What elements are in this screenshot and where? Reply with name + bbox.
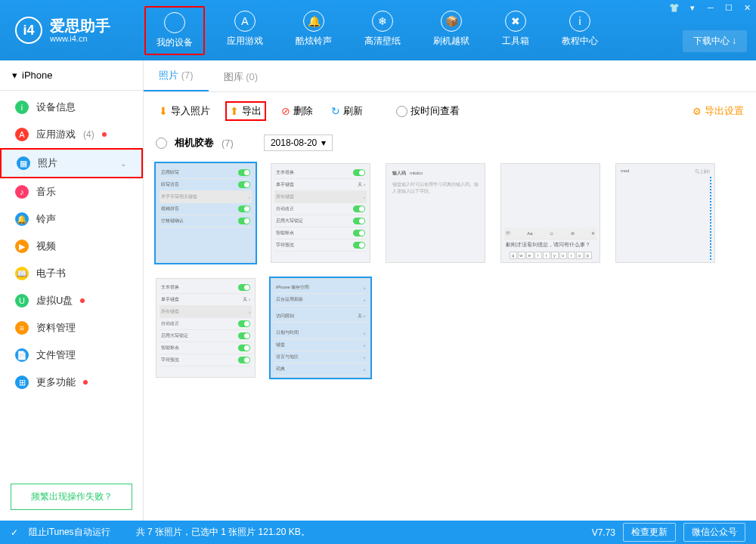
nav-我的设备[interactable]: 我的设备 — [144, 6, 205, 55]
tab-图库[interactable]: 图库 (0) — [209, 63, 274, 91]
sidebar-icon: ♪ — [15, 185, 29, 199]
sidebar-item-照片[interactable]: ▦照片⌄ — [0, 148, 143, 178]
wechat-button[interactable]: 微信公众号 — [683, 523, 745, 542]
version-label: V7.73 — [592, 527, 615, 538]
nav-icon: 🔔 — [303, 11, 324, 32]
sidebar-icon: A — [15, 128, 29, 141]
delete-button[interactable]: ⊘删除 — [278, 103, 316, 119]
nav-高清壁纸[interactable]: ❄高清壁纸 — [354, 6, 411, 55]
export-button[interactable]: ⬆导出 — [225, 101, 266, 121]
sidebar-item-虚拟U盘[interactable]: U虚拟U盘 — [0, 287, 143, 314]
sidebar-item-资料管理[interactable]: ≡资料管理 — [0, 314, 143, 342]
notification-dot — [102, 132, 107, 137]
logo-area: i4 爱思助手 www.i4.cn — [0, 17, 125, 44]
device-name: iPhone — [22, 70, 52, 81]
export-settings-button[interactable]: ⚙导出设置 — [692, 104, 744, 118]
bytime-button[interactable]: 按时间查看 — [393, 103, 463, 119]
sidebar: ▾ iPhone i设备信息A应用游戏(4)▦照片⌄♪音乐🔔铃声▶视频📖电子书U… — [0, 60, 144, 521]
sidebar-item-更多功能[interactable]: ⊞更多功能 — [0, 369, 143, 396]
album-bar: 相机胶卷 (7) 2018-08-20▾ — [144, 130, 756, 160]
nav-icon: ❄ — [372, 11, 393, 32]
close-icon[interactable]: ✕ — [738, 0, 756, 15]
notification-dot — [83, 380, 88, 385]
dropdown-icon[interactable]: ▾ — [683, 0, 702, 15]
sidebar-item-电子书[interactable]: 📖电子书 — [0, 260, 143, 287]
refresh-button[interactable]: ↻刷新 — [328, 103, 366, 119]
tabs-bar: 照片 (7)图库 (0) — [144, 60, 756, 92]
status-bar: ✓ 阻止iTunes自动运行 共 7 张照片，已选中 1 张照片 121.20 … — [0, 521, 756, 544]
album-radio[interactable] — [156, 138, 167, 149]
photo-thumb[interactable]: 输入码 mkdcx键盘输入时可以使用学习词典的输入码。输入需输入以下字段。 — [386, 163, 485, 263]
sidebar-item-文件管理[interactable]: 📄文件管理 — [0, 342, 143, 369]
album-count: (7) — [222, 138, 234, 149]
maximize-icon[interactable]: ☐ — [720, 0, 738, 15]
window-controls: 👕 ▾ ─ ☐ ✕ — [665, 0, 756, 15]
status-message: 共 7 张照片，已选中 1 张照片 121.20 KB。 — [136, 526, 310, 539]
app-name: 爱思助手 — [50, 17, 110, 34]
radio-icon — [396, 106, 407, 117]
itunes-block[interactable]: 阻止iTunes自动运行 — [29, 526, 110, 539]
top-nav: 我的设备A应用游戏🔔酷炫铃声❄高清壁纸📦刷机越狱✖工具箱i教程中心 — [144, 6, 609, 55]
import-icon: ⬇ — [159, 105, 168, 117]
sidebar-icon: i — [15, 100, 29, 114]
logo-icon: i4 — [15, 17, 42, 44]
photo-thumb[interactable]: 启用听写听写语音本子手写相关键盘›模糊拼音空格键确认 — [156, 163, 256, 263]
sidebar-item-设备信息[interactable]: i设备信息 — [0, 94, 143, 121]
sidebar-item-应用游戏[interactable]: A应用游戏(4) — [0, 121, 143, 148]
toolbar: ⬇导入照片 ⬆导出 ⊘删除 ↻刷新 按时间查看 ⚙导出设置 — [144, 92, 756, 130]
notification-dot — [80, 298, 85, 303]
delete-icon: ⊘ — [281, 105, 290, 117]
nav-icon: i — [569, 11, 590, 32]
date-selector[interactable]: 2018-08-20▾ — [264, 134, 333, 151]
photo-thumb[interactable]: ㊥Aa☺⊘✕歉刚才没看到信息，请问有什么事？qwertyuiop — [500, 163, 600, 263]
nav-icon: ✖ — [505, 11, 526, 32]
sidebar-list: i设备信息A应用游戏(4)▦照片⌄♪音乐🔔铃声▶视频📖电子书U虚拟U盘≡资料管理… — [0, 91, 143, 473]
tab-照片[interactable]: 照片 (7) — [144, 61, 209, 91]
refresh-icon: ↻ — [331, 105, 340, 117]
photo-thumb[interactable]: 文本替换单手键盘关 ›所有键盘›自动改正启用大写锁定智能标点字符预览 — [156, 278, 256, 378]
minimize-icon[interactable]: ─ — [702, 0, 720, 15]
sidebar-item-音乐[interactable]: ♪音乐 — [0, 178, 143, 206]
photo-thumb[interactable]: msd马上到! — [615, 163, 715, 263]
sidebar-item-视频[interactable]: ▶视频 — [0, 233, 143, 260]
nav-icon — [164, 12, 185, 33]
sidebar-icon: 📄 — [15, 348, 29, 362]
sidebar-icon: ⊞ — [15, 376, 29, 389]
sidebar-icon: ▶ — [15, 240, 29, 253]
nav-icon: 📦 — [441, 11, 462, 32]
nav-icon: A — [234, 11, 256, 32]
sidebar-icon: U — [15, 294, 29, 308]
main-panel: 照片 (7)图库 (0) ⬇导入照片 ⬆导出 ⊘删除 ↻刷新 按时间查看 ⚙导出… — [144, 60, 756, 521]
nav-应用游戏[interactable]: A应用游戏 — [216, 6, 274, 55]
nav-酷炫铃声[interactable]: 🔔酷炫铃声 — [285, 6, 342, 55]
sidebar-item-铃声[interactable]: 🔔铃声 — [0, 206, 143, 233]
sidebar-icon: ≡ — [15, 321, 29, 335]
tshirt-icon[interactable]: 👕 — [665, 0, 683, 15]
app-site: www.i4.cn — [50, 34, 110, 43]
check-update-button[interactable]: 检查更新 — [623, 523, 676, 542]
sidebar-icon: 🔔 — [15, 212, 29, 226]
sidebar-help-button[interactable]: 频繁出现操作失败？ — [11, 484, 132, 510]
import-button[interactable]: ⬇导入照片 — [156, 103, 213, 119]
photo-grid: 启用听写听写语音本子手写相关键盘›模糊拼音空格键确认文本替换单手键盘关 ›所有键… — [144, 160, 756, 381]
app-header: i4 爱思助手 www.i4.cn 我的设备A应用游戏🔔酷炫铃声❄高清壁纸📦刷机… — [0, 0, 756, 60]
nav-刷机越狱[interactable]: 📦刷机越狱 — [423, 6, 480, 55]
album-name: 相机胶卷 — [175, 136, 214, 150]
sidebar-icon: 📖 — [15, 267, 29, 280]
gear-icon: ⚙ — [692, 106, 702, 117]
chevron-down-icon: ▾ — [12, 70, 17, 81]
nav-教程中心[interactable]: i教程中心 — [551, 6, 609, 55]
chevron-down-icon: ▾ — [321, 138, 326, 148]
device-selector[interactable]: ▾ iPhone — [0, 60, 143, 91]
photo-thumb[interactable]: iPhone 储存空间›后台应用刷新›访问限制关 ›日期与时间›键盘›语言与地区… — [271, 278, 370, 378]
chevron-down-icon: ⌄ — [120, 159, 126, 168]
photo-thumb[interactable]: 文本替换单手键盘关 ›所有键盘›自动改正启用大写锁定智能标点字符预览 — [271, 163, 370, 263]
sidebar-icon: ▦ — [17, 156, 30, 170]
download-center-button[interactable]: 下载中心 ↓ — [683, 30, 747, 52]
export-icon: ⬆ — [230, 105, 239, 117]
nav-工具箱[interactable]: ✖工具箱 — [491, 6, 540, 55]
check-icon: ✓ — [11, 527, 18, 538]
